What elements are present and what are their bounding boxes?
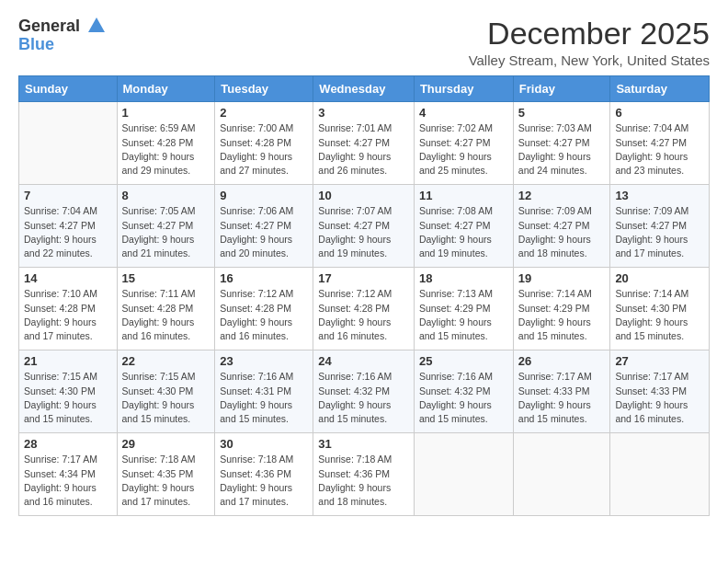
day-detail: Sunrise: 7:01 AM Sunset: 4:27 PM Dayligh… bbox=[318, 121, 409, 178]
day-number: 15 bbox=[122, 271, 210, 285]
day-detail: Sunrise: 7:16 AM Sunset: 4:32 PM Dayligh… bbox=[318, 370, 409, 426]
day-number: 14 bbox=[24, 271, 112, 285]
day-detail: Sunrise: 7:18 AM Sunset: 4:36 PM Dayligh… bbox=[220, 453, 308, 509]
main-title: December 2025 bbox=[469, 17, 710, 51]
day-number: 4 bbox=[419, 106, 508, 120]
day-number: 16 bbox=[220, 271, 308, 285]
day-detail: Sunrise: 7:03 AM Sunset: 4:27 PM Dayligh… bbox=[518, 121, 606, 178]
day-detail: Sunrise: 7:05 AM Sunset: 4:27 PM Dayligh… bbox=[122, 204, 210, 260]
day-detail: Sunrise: 7:15 AM Sunset: 4:30 PM Dayligh… bbox=[122, 370, 210, 426]
calendar-week-3: 14Sunrise: 7:10 AM Sunset: 4:28 PM Dayli… bbox=[19, 268, 710, 350]
day-detail: Sunrise: 7:17 AM Sunset: 4:34 PM Dayligh… bbox=[24, 453, 112, 509]
calendar-week-2: 7Sunrise: 7:04 AM Sunset: 4:27 PM Daylig… bbox=[19, 185, 710, 268]
day-number: 6 bbox=[615, 106, 704, 120]
day-number: 30 bbox=[220, 437, 308, 451]
calendar-cell: 22Sunrise: 7:15 AM Sunset: 4:30 PM Dayli… bbox=[117, 350, 215, 433]
calendar-header-wednesday: Wednesday bbox=[313, 76, 415, 102]
day-number: 2 bbox=[220, 106, 308, 120]
calendar-cell: 5Sunrise: 7:03 AM Sunset: 4:27 PM Daylig… bbox=[513, 102, 610, 185]
day-number: 26 bbox=[518, 354, 606, 368]
day-detail: Sunrise: 7:18 AM Sunset: 4:36 PM Dayligh… bbox=[318, 453, 409, 509]
day-detail: Sunrise: 7:15 AM Sunset: 4:30 PM Dayligh… bbox=[24, 370, 112, 426]
calendar-cell: 6Sunrise: 7:04 AM Sunset: 4:27 PM Daylig… bbox=[610, 102, 710, 185]
day-detail: Sunrise: 7:09 AM Sunset: 4:27 PM Dayligh… bbox=[518, 204, 606, 260]
day-number: 5 bbox=[518, 106, 606, 120]
calendar-cell: 2Sunrise: 7:00 AM Sunset: 4:28 PM Daylig… bbox=[215, 102, 313, 185]
day-number: 19 bbox=[518, 271, 606, 285]
calendar-cell: 18Sunrise: 7:13 AM Sunset: 4:29 PM Dayli… bbox=[414, 268, 513, 350]
day-number: 25 bbox=[419, 354, 508, 368]
day-detail: Sunrise: 7:14 AM Sunset: 4:29 PM Dayligh… bbox=[518, 287, 606, 343]
svg-marker-0 bbox=[88, 17, 105, 32]
calendar-header-thursday: Thursday bbox=[414, 76, 513, 102]
calendar-cell: 7Sunrise: 7:04 AM Sunset: 4:27 PM Daylig… bbox=[19, 185, 118, 268]
day-detail: Sunrise: 7:12 AM Sunset: 4:28 PM Dayligh… bbox=[318, 287, 409, 343]
calendar-cell: 25Sunrise: 7:16 AM Sunset: 4:32 PM Dayli… bbox=[414, 350, 513, 433]
day-detail: Sunrise: 7:04 AM Sunset: 4:27 PM Dayligh… bbox=[24, 204, 112, 260]
subtitle: Valley Stream, New York, United States bbox=[469, 52, 710, 68]
day-number: 22 bbox=[122, 354, 210, 368]
calendar-cell: 15Sunrise: 7:11 AM Sunset: 4:28 PM Dayli… bbox=[117, 268, 215, 350]
title-block: December 2025 Valley Stream, New York, U… bbox=[469, 17, 710, 68]
day-number: 10 bbox=[318, 189, 409, 202]
logo-text: General bbox=[18, 17, 107, 36]
calendar-cell bbox=[414, 433, 513, 516]
calendar-cell: 19Sunrise: 7:14 AM Sunset: 4:29 PM Dayli… bbox=[513, 268, 610, 350]
calendar-cell: 17Sunrise: 7:12 AM Sunset: 4:28 PM Dayli… bbox=[313, 268, 415, 350]
day-detail: Sunrise: 7:09 AM Sunset: 4:27 PM Dayligh… bbox=[615, 204, 704, 260]
logo-general: General bbox=[18, 17, 80, 35]
calendar-cell: 31Sunrise: 7:18 AM Sunset: 4:36 PM Dayli… bbox=[313, 433, 415, 516]
day-detail: Sunrise: 7:08 AM Sunset: 4:27 PM Dayligh… bbox=[419, 204, 508, 260]
calendar-cell: 13Sunrise: 7:09 AM Sunset: 4:27 PM Dayli… bbox=[610, 185, 710, 268]
calendar-cell bbox=[610, 433, 710, 516]
day-detail: Sunrise: 7:16 AM Sunset: 4:32 PM Dayligh… bbox=[419, 370, 508, 426]
calendar-cell: 28Sunrise: 7:17 AM Sunset: 4:34 PM Dayli… bbox=[19, 433, 118, 516]
calendar-cell bbox=[513, 433, 610, 516]
day-detail: Sunrise: 7:07 AM Sunset: 4:27 PM Dayligh… bbox=[318, 204, 409, 260]
calendar-header-friday: Friday bbox=[513, 76, 610, 102]
day-detail: Sunrise: 7:02 AM Sunset: 4:27 PM Dayligh… bbox=[419, 121, 508, 178]
day-number: 24 bbox=[318, 354, 409, 368]
day-number: 7 bbox=[24, 189, 112, 202]
calendar-header-monday: Monday bbox=[117, 76, 215, 102]
day-number: 12 bbox=[518, 189, 606, 202]
page-container: General Blue December 2025 Valley Stream… bbox=[0, 0, 728, 525]
day-number: 20 bbox=[615, 271, 704, 285]
calendar-cell: 30Sunrise: 7:18 AM Sunset: 4:36 PM Dayli… bbox=[215, 433, 313, 516]
day-detail: Sunrise: 6:59 AM Sunset: 4:28 PM Dayligh… bbox=[122, 121, 210, 178]
calendar-cell: 12Sunrise: 7:09 AM Sunset: 4:27 PM Dayli… bbox=[513, 185, 610, 268]
calendar-cell: 3Sunrise: 7:01 AM Sunset: 4:27 PM Daylig… bbox=[313, 102, 415, 185]
calendar-table: SundayMondayTuesdayWednesdayThursdayFrid… bbox=[18, 75, 710, 516]
day-number: 11 bbox=[419, 189, 508, 202]
day-number: 13 bbox=[615, 189, 704, 202]
calendar-cell: 8Sunrise: 7:05 AM Sunset: 4:27 PM Daylig… bbox=[117, 185, 215, 268]
day-number: 23 bbox=[220, 354, 308, 368]
day-number: 3 bbox=[318, 106, 409, 120]
calendar-header-sunday: Sunday bbox=[19, 76, 118, 102]
header: General Blue December 2025 Valley Stream… bbox=[18, 17, 710, 68]
calendar-cell: 21Sunrise: 7:15 AM Sunset: 4:30 PM Dayli… bbox=[19, 350, 118, 433]
day-number: 1 bbox=[122, 106, 210, 120]
calendar-week-1: 1Sunrise: 6:59 AM Sunset: 4:28 PM Daylig… bbox=[19, 102, 710, 185]
day-number: 21 bbox=[24, 354, 112, 368]
day-number: 29 bbox=[122, 437, 210, 451]
calendar-cell: 11Sunrise: 7:08 AM Sunset: 4:27 PM Dayli… bbox=[414, 185, 513, 268]
day-detail: Sunrise: 7:06 AM Sunset: 4:27 PM Dayligh… bbox=[220, 204, 308, 260]
calendar-cell: 27Sunrise: 7:17 AM Sunset: 4:33 PM Dayli… bbox=[610, 350, 710, 433]
day-detail: Sunrise: 7:18 AM Sunset: 4:35 PM Dayligh… bbox=[122, 453, 210, 509]
day-detail: Sunrise: 7:10 AM Sunset: 4:28 PM Dayligh… bbox=[24, 287, 112, 343]
day-number: 17 bbox=[318, 271, 409, 285]
day-detail: Sunrise: 7:11 AM Sunset: 4:28 PM Dayligh… bbox=[122, 287, 210, 343]
calendar-cell: 14Sunrise: 7:10 AM Sunset: 4:28 PM Dayli… bbox=[19, 268, 118, 350]
day-detail: Sunrise: 7:16 AM Sunset: 4:31 PM Dayligh… bbox=[220, 370, 308, 426]
day-detail: Sunrise: 7:12 AM Sunset: 4:28 PM Dayligh… bbox=[220, 287, 308, 343]
calendar-week-5: 28Sunrise: 7:17 AM Sunset: 4:34 PM Dayli… bbox=[19, 433, 710, 516]
calendar-cell: 24Sunrise: 7:16 AM Sunset: 4:32 PM Dayli… bbox=[313, 350, 415, 433]
day-number: 27 bbox=[615, 354, 704, 368]
day-detail: Sunrise: 7:00 AM Sunset: 4:28 PM Dayligh… bbox=[220, 121, 308, 178]
day-detail: Sunrise: 7:17 AM Sunset: 4:33 PM Dayligh… bbox=[518, 370, 606, 426]
logo: General Blue bbox=[18, 17, 107, 54]
day-number: 9 bbox=[220, 189, 308, 202]
day-detail: Sunrise: 7:13 AM Sunset: 4:29 PM Dayligh… bbox=[419, 287, 508, 343]
calendar-cell: 4Sunrise: 7:02 AM Sunset: 4:27 PM Daylig… bbox=[414, 102, 513, 185]
